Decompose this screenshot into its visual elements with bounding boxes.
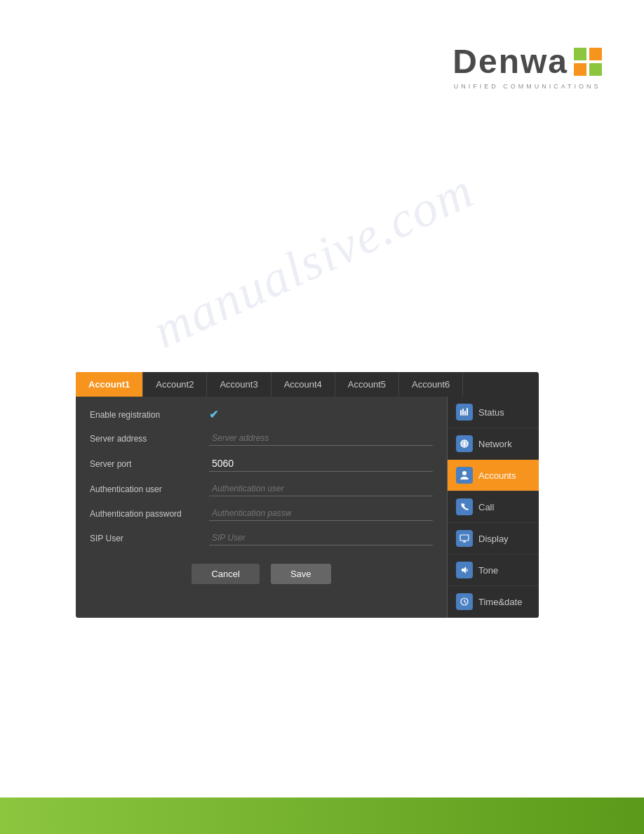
timedate-icon <box>456 593 473 610</box>
form-section: Enable registration ✔ Server address Ser… <box>76 397 447 618</box>
logo-sq2 <box>589 48 602 60</box>
logo-squares <box>574 48 602 76</box>
form-row-auth-password: Authentication password <box>90 506 433 521</box>
form-row-server-port: Server port <box>90 456 433 472</box>
sidebar: Status Network <box>448 397 539 618</box>
tab-account1[interactable]: Account1 <box>76 372 143 397</box>
sidebar-label-call: Call <box>478 502 494 512</box>
sidebar-item-status[interactable]: Status <box>448 397 539 428</box>
form-row-server-address: Server address <box>90 431 433 446</box>
label-enable-registration: Enable registration <box>90 410 209 420</box>
sidebar-item-tone[interactable]: Tone <box>448 555 539 586</box>
watermark: manualsive.com <box>145 161 483 361</box>
label-auth-user: Authentication user <box>90 484 209 494</box>
svg-point-7 <box>462 471 467 475</box>
sidebar-label-tone: Tone <box>478 565 498 576</box>
tab-account4[interactable]: Account4 <box>271 372 335 397</box>
call-icon <box>456 498 473 515</box>
tone-icon <box>456 562 473 578</box>
sidebar-label-status: Status <box>478 407 504 418</box>
tab-account2[interactable]: Account2 <box>143 372 207 397</box>
tab-account3[interactable]: Account3 <box>207 372 271 397</box>
button-row: Cancel Save <box>90 555 433 595</box>
auth-user-input[interactable] <box>209 482 433 496</box>
bottom-bar <box>0 797 644 834</box>
status-icon <box>456 404 473 421</box>
logo-name: Denwa <box>452 42 568 81</box>
label-sip-user: SIP User <box>90 534 209 543</box>
sidebar-item-call[interactable]: Call <box>448 491 539 523</box>
svg-line-13 <box>464 602 467 603</box>
sidebar-label-timedate: Time&date <box>478 597 522 607</box>
sidebar-label-display: Display <box>478 534 509 544</box>
svg-rect-8 <box>460 535 469 541</box>
tab-account6[interactable]: Account6 <box>399 372 463 397</box>
server-port-input[interactable] <box>209 456 433 472</box>
network-icon <box>456 435 473 452</box>
form-row-enable: Enable registration ✔ <box>90 408 433 421</box>
ui-panel: Account1 Account2 Account3 Account4 Acco… <box>76 372 539 618</box>
logo-area: Denwa UNIFIED COMMUNICATIONS <box>452 42 602 90</box>
label-auth-password: Authentication password <box>90 509 209 519</box>
svg-rect-2 <box>464 411 466 416</box>
sip-user-input[interactable] <box>209 531 433 545</box>
label-server-address: Server address <box>90 434 209 444</box>
svg-rect-3 <box>467 408 468 416</box>
tab-bar: Account1 Account2 Account3 Account4 Acco… <box>76 372 539 397</box>
accounts-icon <box>456 467 473 484</box>
save-button[interactable]: Save <box>271 564 331 584</box>
tab-account5[interactable]: Account5 <box>335 372 399 397</box>
sidebar-item-network[interactable]: Network <box>448 428 539 460</box>
logo-text: Denwa <box>452 42 602 81</box>
sidebar-item-accounts[interactable]: Accounts <box>448 460 539 491</box>
form-row-auth-user: Authentication user <box>90 482 433 496</box>
logo-sq1 <box>574 48 586 60</box>
svg-rect-1 <box>462 409 464 416</box>
label-server-port: Server port <box>90 459 209 469</box>
form-row-sip-user: SIP User <box>90 531 433 545</box>
sidebar-label-accounts: Accounts <box>478 470 516 481</box>
enable-registration-check: ✔ <box>209 408 218 421</box>
server-address-input[interactable] <box>209 431 433 446</box>
logo-sq3 <box>574 63 586 76</box>
sidebar-item-timedate[interactable]: Time&date <box>448 586 539 618</box>
display-icon <box>456 530 473 547</box>
svg-rect-0 <box>460 410 462 416</box>
logo-sq4 <box>589 63 602 76</box>
sidebar-item-display[interactable]: Display <box>448 523 539 555</box>
sidebar-label-network: Network <box>478 439 512 449</box>
cancel-button[interactable]: Cancel <box>192 564 259 584</box>
content-area: Enable registration ✔ Server address Ser… <box>76 397 539 618</box>
logo-subtitle: UNIFIED COMMUNICATIONS <box>454 83 601 90</box>
auth-password-input[interactable] <box>209 506 433 521</box>
